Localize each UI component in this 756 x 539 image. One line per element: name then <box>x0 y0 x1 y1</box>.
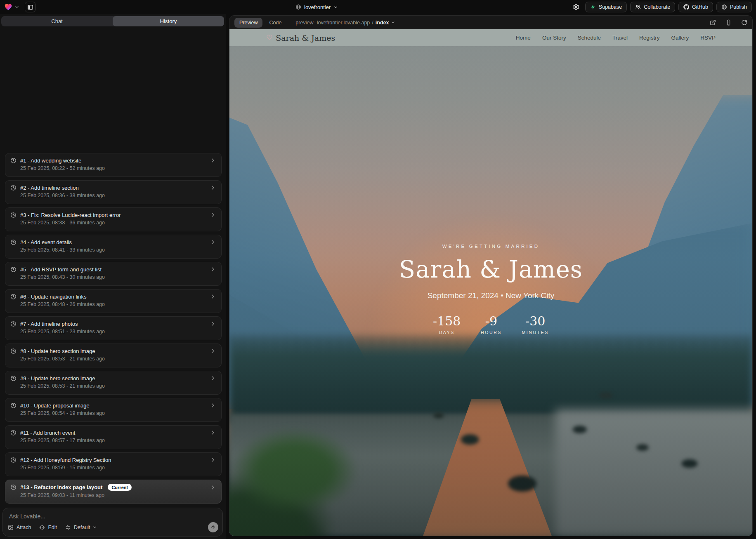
history-item[interactable]: #2 - Add timeline section 25 Feb 2025, 0… <box>5 180 222 204</box>
history-item-row: #8 - Update hero section image <box>10 348 216 354</box>
history-item[interactable]: #4 - Add event details 25 Feb 2025, 08:4… <box>5 235 222 259</box>
history-item[interactable]: #3 - Fix: Resolve Lucide-react import er… <box>5 207 222 231</box>
project-switcher[interactable]: lovefrontier <box>295 0 338 14</box>
chevron-right-icon[interactable] <box>210 212 216 218</box>
edit-button[interactable]: Edit <box>39 525 57 530</box>
sidebar-toggle-button[interactable] <box>25 2 35 12</box>
topbar-left <box>4 2 35 12</box>
history-item-title: #11 - Add brunch event <box>20 430 75 436</box>
history-item-title: #1 - Add wedding website <box>20 158 81 164</box>
chevron-right-icon[interactable] <box>210 457 216 463</box>
history-icon <box>10 266 17 273</box>
chevron-right-icon[interactable] <box>210 157 216 164</box>
mobile-view-icon[interactable] <box>725 19 732 26</box>
heart-icon: ♡ <box>266 34 272 41</box>
site-nav-schedule[interactable]: Schedule <box>578 35 601 41</box>
history-item-meta: 25 Feb 2025, 08:41 - 33 minutes ago <box>20 247 216 253</box>
history-item[interactable]: #11 - Add brunch event 25 Feb 2025, 08:5… <box>5 425 222 449</box>
arrow-up-icon <box>210 525 216 530</box>
supabase-button[interactable]: Supabase <box>585 2 627 12</box>
history-item-row: #5 - Add RSVP form and guest list <box>10 266 216 273</box>
history-item-row: #2 - Add timeline section <box>10 184 216 191</box>
open-external-icon[interactable] <box>710 19 716 26</box>
hero-section: WE'RE GETTING MARRIED Sarah & James Sept… <box>229 244 752 335</box>
site-nav-gallery[interactable]: Gallery <box>671 35 689 41</box>
chevron-right-icon[interactable] <box>210 348 216 354</box>
site-nav-travel[interactable]: Travel <box>612 35 628 41</box>
site-nav-rsvp[interactable]: RSVP <box>700 35 716 41</box>
history-item[interactable]: #13 - Refactor index page layout Current… <box>5 480 222 504</box>
site-logo[interactable]: ♡ Sarah & James <box>266 33 335 42</box>
site-nav-our-story[interactable]: Our Story <box>542 35 566 41</box>
site-preview: ♡ Sarah & James HomeOur StoryScheduleTra… <box>229 29 752 536</box>
attach-button[interactable]: Attach <box>8 525 31 530</box>
history-item[interactable]: #1 - Add wedding website 25 Feb 2025, 08… <box>5 153 222 177</box>
site-header-inner: ♡ Sarah & James HomeOur StoryScheduleTra… <box>229 33 752 42</box>
site-header: ♡ Sarah & James HomeOur StoryScheduleTra… <box>229 29 752 46</box>
history-item[interactable]: #10 - Update proposal image 25 Feb 2025,… <box>5 398 222 422</box>
chevron-right-icon[interactable] <box>210 239 216 245</box>
tab-history[interactable]: History <box>113 16 224 26</box>
tab-preview[interactable]: Preview <box>234 18 262 28</box>
image-icon <box>8 525 14 530</box>
github-button[interactable]: GitHub <box>678 2 713 12</box>
chevron-down-icon[interactable] <box>14 5 19 9</box>
chat-input-placeholder[interactable]: Ask Lovable... <box>9 513 45 520</box>
countdown-unit: -9 HOURS <box>479 314 503 335</box>
countdown-unit: -158 DAYS <box>433 314 461 335</box>
history-list: #1 - Add wedding website 25 Feb 2025, 08… <box>0 26 226 505</box>
countdown-label: DAYS <box>433 330 461 335</box>
composer[interactable]: Ask Lovable... Attach Edit <box>2 508 223 537</box>
history-icon <box>10 321 17 327</box>
history-item-row: #7 - Add timeline photos <box>10 320 216 327</box>
countdown-value: -30 <box>522 314 548 328</box>
history-item-title: #10 - Update proposal image <box>20 402 90 409</box>
settings-button[interactable] <box>570 2 582 12</box>
send-button[interactable] <box>208 522 218 532</box>
mode-select[interactable]: Default <box>65 525 97 530</box>
history-item[interactable]: #8 - Update hero section image 25 Feb 20… <box>5 344 222 367</box>
target-icon <box>39 525 45 530</box>
chevron-right-icon[interactable] <box>210 429 216 436</box>
history-item-meta: 25 Feb 2025, 08:57 - 17 minutes ago <box>20 438 216 443</box>
tab-code[interactable]: Code <box>264 18 286 28</box>
chevron-right-icon[interactable] <box>210 484 216 491</box>
history-icon <box>10 484 17 490</box>
chevron-right-icon[interactable] <box>210 402 216 409</box>
tab-chat[interactable]: Chat <box>1 16 113 26</box>
history-item[interactable]: #9 - Update hero section image 25 Feb 20… <box>5 371 222 395</box>
chevron-right-icon[interactable] <box>210 320 216 327</box>
history-item[interactable]: #5 - Add RSVP form and guest list 25 Feb… <box>5 262 222 286</box>
history-item[interactable]: #12 - Add Honeyfund Registry Section 25 … <box>5 452 222 476</box>
history-icon <box>10 430 17 436</box>
history-item-row: #9 - Update hero section image <box>10 375 216 381</box>
publish-globe-icon <box>721 4 727 10</box>
lovable-logo-icon[interactable] <box>4 3 12 11</box>
history-item-meta: 25 Feb 2025, 08:59 - 15 minutes ago <box>20 465 216 471</box>
history-item[interactable]: #6 - Update navigation links 25 Feb 2025… <box>5 289 222 313</box>
history-item-title: #8 - Update hero section image <box>20 348 95 354</box>
history-icon <box>10 457 17 463</box>
chevron-down-icon <box>333 5 338 9</box>
history-item-title: #2 - Add timeline section <box>20 185 79 191</box>
composer-actions: Attach Edit Default <box>8 522 218 532</box>
site-nav-home[interactable]: Home <box>516 35 531 41</box>
chevron-right-icon[interactable] <box>210 375 216 381</box>
history-item-title: #6 - Update navigation links <box>20 294 86 300</box>
history-item-row: #6 - Update navigation links <box>10 293 216 300</box>
publish-button[interactable]: Publish <box>716 2 752 12</box>
chevron-right-icon[interactable] <box>210 293 216 300</box>
preview-pane: Preview Code preview--lovefrontier.lovab… <box>229 15 753 536</box>
site-nav-registry[interactable]: Registry <box>639 35 660 41</box>
globe-icon <box>295 4 301 10</box>
app-window: lovefrontier Supabase Collaborate <box>0 0 756 539</box>
hero-eyebrow: WE'RE GETTING MARRIED <box>229 244 752 249</box>
chevron-right-icon[interactable] <box>210 266 216 273</box>
refresh-icon[interactable] <box>741 19 747 26</box>
history-item-meta: 25 Feb 2025, 08:53 - 21 minutes ago <box>20 383 216 389</box>
history-item[interactable]: #7 - Add timeline photos 25 Feb 2025, 08… <box>5 316 222 340</box>
collaborate-button[interactable]: Collaborate <box>630 2 675 12</box>
chevron-down-icon <box>92 525 97 530</box>
preview-url[interactable]: preview--lovefrontier.lovable.app / inde… <box>295 20 395 26</box>
chevron-right-icon[interactable] <box>210 184 216 191</box>
